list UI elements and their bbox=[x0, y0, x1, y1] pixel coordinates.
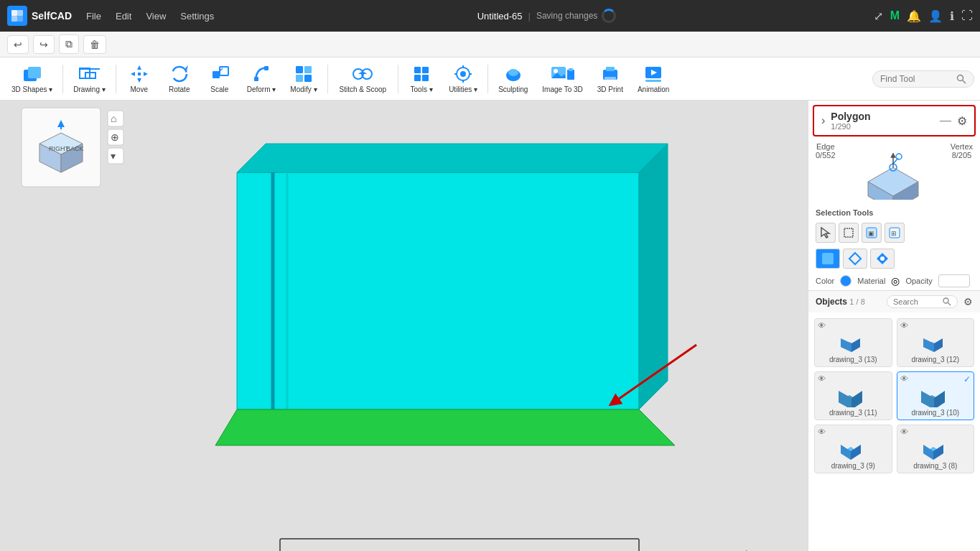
menu-file[interactable]: File bbox=[80, 8, 107, 24]
select-box-btn[interactable] bbox=[839, 223, 859, 243]
tool-tools[interactable]: Tools ▾ bbox=[403, 61, 440, 96]
tool-sculpting[interactable]: Sculpting bbox=[493, 61, 533, 96]
material-label: Material bbox=[857, 277, 885, 285]
object-item-3[interactable]: 👁 ✓ drawing_3 (10) bbox=[897, 371, 975, 420]
tool-deform[interactable]: Deform ▾ bbox=[241, 61, 282, 96]
visibility-icon-4[interactable]: 👁 bbox=[818, 427, 826, 436]
redo-button[interactable]: ↪ bbox=[33, 35, 55, 54]
undo-button[interactable]: ↩ bbox=[7, 35, 29, 54]
object-item-1[interactable]: 👁 drawing_3 (12) bbox=[897, 318, 975, 367]
info-icon[interactable]: ℹ bbox=[950, 9, 954, 23]
visibility-icon-0[interactable]: 👁 bbox=[818, 321, 826, 330]
logo-icon bbox=[7, 6, 27, 26]
menu-edit[interactable]: Edit bbox=[110, 8, 137, 24]
svg-rect-93 bbox=[844, 228, 853, 237]
search-input[interactable] bbox=[893, 297, 940, 306]
search-objects-icon bbox=[943, 297, 951, 306]
object-name-4: drawing_3 (9) bbox=[831, 462, 875, 470]
svg-marker-108 bbox=[923, 338, 934, 352]
search-box[interactable] bbox=[887, 295, 958, 308]
delete-button[interactable]: 🗑 bbox=[83, 35, 106, 54]
svg-marker-114 bbox=[921, 391, 934, 407]
object-item-2[interactable]: 👁 drawing_3 (11) bbox=[814, 371, 892, 420]
visibility-icon-2[interactable]: 👁 bbox=[818, 374, 826, 383]
visibility-icon-5[interactable]: 👁 bbox=[900, 427, 908, 436]
saving-indicator: Saving changes bbox=[536, 9, 616, 23]
tool-stitch-scoop[interactable]: Stitch & Scoop bbox=[332, 60, 394, 98]
face-select-btn[interactable] bbox=[816, 249, 840, 269]
visibility-icon-1[interactable]: 👁 bbox=[900, 321, 908, 330]
menu-settings[interactable]: Settings bbox=[174, 8, 220, 24]
svg-rect-27 bbox=[414, 67, 421, 73]
material-icon[interactable]: ◎ bbox=[891, 275, 900, 287]
find-tool-area[interactable] bbox=[872, 70, 974, 88]
tool-rotate[interactable]: Rotate bbox=[161, 61, 198, 96]
tool-image-to-3d[interactable]: Image To 3D bbox=[536, 61, 589, 96]
svg-rect-13 bbox=[138, 73, 141, 75]
selection-tools-row: ▣ ⊞ bbox=[808, 220, 980, 246]
color-label: Color bbox=[816, 277, 834, 285]
tool-scale[interactable]: Scale bbox=[201, 61, 238, 96]
chevron-right-icon[interactable]: › bbox=[821, 114, 825, 127]
opacity-input[interactable]: 100 bbox=[938, 274, 970, 287]
select-paint-btn[interactable]: ⊞ bbox=[885, 223, 905, 243]
svg-marker-111 bbox=[839, 391, 851, 407]
polygon-gear-icon[interactable]: ⚙ bbox=[957, 114, 967, 128]
vertex-select-btn[interactable] bbox=[870, 249, 895, 269]
bell-icon[interactable]: 🔔 bbox=[907, 9, 921, 23]
app-logo[interactable]: SelfCAD bbox=[7, 6, 72, 26]
color-picker[interactable] bbox=[840, 275, 851, 287]
svg-marker-99 bbox=[849, 253, 861, 264]
tool-move[interactable]: Move bbox=[121, 61, 158, 96]
viewport[interactable]: RIGHT BACK ⌂ ⊕ bbox=[0, 101, 808, 551]
svg-marker-118 bbox=[851, 445, 861, 460]
tool-utilities[interactable]: Utilities ▾ bbox=[443, 61, 483, 96]
visibility-icon-3[interactable]: 👁 bbox=[900, 374, 908, 383]
svg-rect-1 bbox=[17, 10, 23, 16]
polygon-count: 1/290 bbox=[831, 122, 934, 131]
tool-3d-shapes[interactable]: 3D Shapes ▾ bbox=[6, 61, 58, 96]
svg-point-102 bbox=[943, 298, 948, 303]
svg-rect-22 bbox=[304, 66, 312, 73]
svg-text:⊞: ⊞ bbox=[891, 230, 897, 237]
svg-marker-12 bbox=[144, 72, 148, 76]
object-item-4[interactable]: 👁 drawing_3 (9) bbox=[814, 425, 892, 473]
tool-3d-print[interactable]: 3D Print bbox=[592, 61, 629, 96]
polygon-header: › Polygon 1/290 — ⚙ bbox=[813, 105, 976, 136]
svg-point-32 bbox=[460, 71, 466, 77]
svg-rect-28 bbox=[422, 67, 429, 73]
object-item-5[interactable]: 👁 drawing_3 (8) bbox=[897, 425, 975, 473]
svg-text:▣: ▣ bbox=[868, 230, 874, 237]
tool-animation[interactable]: Animation bbox=[632, 61, 675, 96]
share-icon[interactable]: ⤢ bbox=[874, 9, 883, 23]
3d-preview-area: Edge 0/552 bbox=[808, 136, 980, 205]
object-name-0: drawing_3 (13) bbox=[829, 356, 877, 364]
find-tool-input[interactable] bbox=[880, 74, 952, 84]
edge-label: Edge bbox=[816, 142, 835, 151]
fullscreen-icon[interactable]: ⛶ bbox=[961, 9, 973, 22]
m-icon[interactable]: M bbox=[890, 9, 900, 22]
object-item-0[interactable]: 👁 drawing_3 (13) bbox=[814, 318, 892, 367]
navbar: SelfCAD File Edit View Settings Untitled… bbox=[0, 0, 980, 32]
edge-select-btn[interactable] bbox=[843, 249, 867, 269]
mode-row bbox=[808, 246, 980, 272]
object-thumb-5 bbox=[918, 428, 953, 460]
tool-modify[interactable]: Modify ▾ bbox=[284, 61, 322, 96]
color-material-row: Color Material ◎ Opacity 100 bbox=[808, 272, 980, 290]
svg-marker-92 bbox=[821, 228, 829, 238]
svg-text:▾: ▾ bbox=[111, 150, 116, 162]
tool-drawing[interactable]: Drawing ▾ bbox=[67, 61, 111, 96]
svg-rect-45 bbox=[606, 67, 615, 71]
vertex-count: 8/205 bbox=[952, 151, 972, 159]
objects-gear-icon[interactable]: ⚙ bbox=[963, 296, 973, 307]
svg-marker-112 bbox=[851, 391, 862, 407]
select-normal-btn[interactable] bbox=[816, 223, 836, 243]
svg-marker-115 bbox=[934, 391, 945, 407]
svg-marker-9 bbox=[137, 65, 141, 70]
user-icon[interactable]: 👤 bbox=[928, 9, 943, 23]
copy-button[interactable]: ⧉ bbox=[59, 34, 79, 54]
sep5 bbox=[487, 65, 488, 93]
select-lasso-btn[interactable]: ▣ bbox=[862, 223, 882, 243]
svg-rect-19 bbox=[254, 77, 258, 81]
menu-view[interactable]: View bbox=[140, 8, 172, 24]
